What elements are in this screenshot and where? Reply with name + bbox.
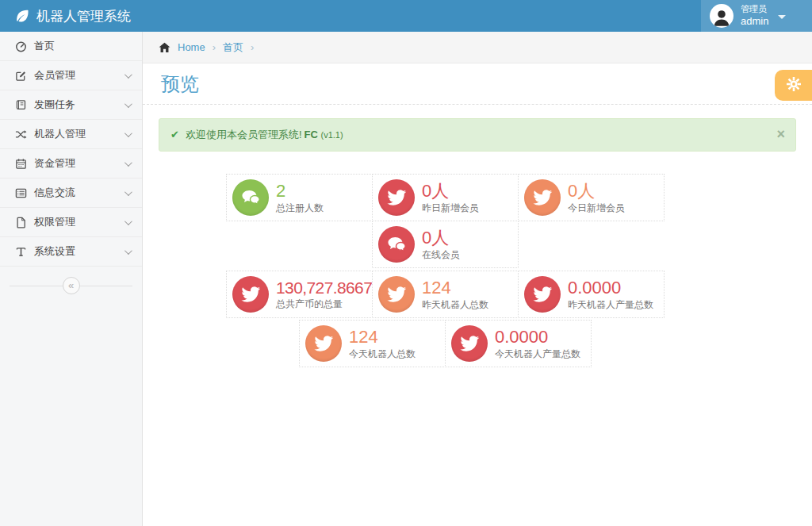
page-title: 预览 xyxy=(161,71,199,97)
calendar-icon xyxy=(15,158,34,170)
stat-tile-text: 124昨天机器人总数 xyxy=(422,278,488,310)
sidebar-item-post-tasks[interactable]: 发圈任务 xyxy=(0,90,142,120)
check-icon: ✔ xyxy=(170,129,179,140)
stat-tile: 2总注册人数 xyxy=(226,174,373,221)
title-row: 预览 xyxy=(143,63,812,105)
breadcrumb-separator: › xyxy=(251,41,254,53)
breadcrumb-separator: › xyxy=(213,41,216,53)
stat-tile: 130,727.8667总共产币的总量 xyxy=(226,271,373,318)
stat-label: 总共产币的总量 xyxy=(276,299,372,309)
stat-tile-text: 0人今日新增会员 xyxy=(568,182,625,213)
breadcrumb-link[interactable]: 首页 xyxy=(223,41,243,53)
sidebar-item-label: 会员管理 xyxy=(34,68,75,83)
app-header: 机器人管理系统 管理员 admin xyxy=(0,0,812,32)
text-icon xyxy=(15,246,34,258)
stat-label: 昨天机器人总数 xyxy=(422,300,488,310)
user-role: 管理员 xyxy=(741,4,767,13)
stat-label: 在线会员 xyxy=(422,250,460,260)
user-info: 管理员 admin xyxy=(741,3,768,28)
alert-message: 欢迎使用本会员管理系统! xyxy=(186,129,302,140)
stat-tile-text: 2总注册人数 xyxy=(276,182,324,213)
stats-grid: 2总注册人数0人昨日新增会员0人今日新增会员0人在线会员130,727.8667… xyxy=(226,174,667,367)
sidebar-item-system-settings[interactable]: 系统设置 xyxy=(0,237,142,267)
stat-tile: 0人今日新增会员 xyxy=(518,174,665,221)
sidebar-item-member-management[interactable]: 会员管理 xyxy=(0,61,142,90)
sidebar-item-label: 资金管理 xyxy=(34,156,75,171)
sidebar-item-label: 机器人管理 xyxy=(34,127,86,141)
alert-version: (v1.1) xyxy=(321,130,343,140)
breadcrumb-link[interactable]: Home xyxy=(178,41,205,53)
list-icon xyxy=(15,187,34,199)
stat-tile-text: 0.0000昨天机器人产量总数 xyxy=(568,278,653,310)
stat-row: 0人在线会员 xyxy=(372,221,667,268)
twitter-icon xyxy=(305,325,342,362)
comments-icon xyxy=(232,179,269,216)
stat-tile: 124昨天机器人总数 xyxy=(372,271,519,318)
stat-value: 124 xyxy=(349,328,416,347)
stat-value: 2 xyxy=(276,182,324,201)
stat-value: 0.0000 xyxy=(495,328,580,347)
sidebar-item-funds-management[interactable]: 资金管理 xyxy=(0,149,142,179)
stat-label: 总注册人数 xyxy=(276,203,324,213)
sidebar-collapse-button[interactable]: « xyxy=(63,277,80,294)
sidebar-item-label: 信息交流 xyxy=(34,186,75,200)
settings-button[interactable] xyxy=(775,70,812,101)
stat-value: 0.0000 xyxy=(568,278,653,298)
caret-down-icon xyxy=(778,15,786,19)
sidebar-item-label: 权限管理 xyxy=(34,215,75,229)
user-menu[interactable]: 管理员 admin xyxy=(701,0,812,32)
chevron-down-icon xyxy=(124,71,132,79)
stat-row: 130,727.8667总共产币的总量124昨天机器人总数0.0000昨天机器人… xyxy=(226,271,667,318)
sidebar-item-label: 发圈任务 xyxy=(34,98,75,112)
chevron-down-icon xyxy=(124,247,132,255)
sidebar-item-robot-management[interactable]: 机器人管理 xyxy=(0,120,142,149)
stat-label: 昨天机器人产量总数 xyxy=(568,300,653,310)
breadcrumb: Home›首页› xyxy=(143,32,812,63)
twitter-icon xyxy=(232,276,269,313)
stat-tile-text: 0人在线会员 xyxy=(422,228,460,260)
stat-tile-text: 124今天机器人总数 xyxy=(349,328,416,359)
stat-tile: 124今天机器人总数 xyxy=(299,320,446,367)
sidebar-item-home[interactable]: 首页 xyxy=(0,32,142,61)
stat-tile: 0人在线会员 xyxy=(372,221,519,268)
alert-highlight: FC xyxy=(304,129,318,140)
main-content: Home›首页› 预览 ✔欢迎使用本会员管理系统!FC (v1.1) × 2总注… xyxy=(143,32,812,526)
twitter-icon xyxy=(378,179,415,216)
sidebar-item-label: 首页 xyxy=(34,39,55,53)
app-title: 机器人管理系统 xyxy=(36,7,131,25)
user-name: admin xyxy=(741,15,768,27)
sidebar-collapse-row: « xyxy=(0,277,142,296)
stat-value: 124 xyxy=(422,278,488,298)
file-icon xyxy=(15,217,34,228)
stat-value: 0人 xyxy=(568,182,625,201)
close-icon[interactable]: × xyxy=(776,127,785,141)
book-icon xyxy=(15,99,34,111)
sidebar: 首页会员管理发圈任务机器人管理资金管理信息交流权限管理系统设置 « xyxy=(0,32,143,526)
stat-tile-text: 0.0000今天机器人产量总数 xyxy=(495,328,580,359)
twitter-icon xyxy=(524,276,561,313)
app-brand[interactable]: 机器人管理系统 xyxy=(0,0,131,32)
stat-tile-text: 0人昨日新增会员 xyxy=(422,182,479,213)
stat-label: 昨日新增会员 xyxy=(422,203,479,213)
stat-label: 今天机器人产量总数 xyxy=(495,349,580,359)
dashboard-icon xyxy=(15,40,34,52)
sidebar-item-message-exchange[interactable]: 信息交流 xyxy=(0,179,142,208)
sidebar-item-permission-management[interactable]: 权限管理 xyxy=(0,208,142,237)
twitter-icon xyxy=(451,325,488,362)
chevron-down-icon xyxy=(124,188,132,196)
leaf-logo-icon xyxy=(14,8,30,24)
comments-icon xyxy=(378,226,415,263)
welcome-alert: ✔欢迎使用本会员管理系统!FC (v1.1) × xyxy=(159,118,796,152)
stat-row: 124今天机器人总数0.0000今天机器人产量总数 xyxy=(299,320,667,367)
chevron-down-icon xyxy=(124,217,132,225)
stat-tile: 0人昨日新增会员 xyxy=(372,174,519,221)
chevron-down-icon xyxy=(124,159,132,167)
stat-tile-text: 130,727.8667总共产币的总量 xyxy=(276,278,372,309)
stat-value: 0人 xyxy=(422,228,460,248)
gear-icon xyxy=(784,75,803,97)
edit-icon xyxy=(15,70,34,82)
home-icon xyxy=(159,42,170,53)
shuffle-icon xyxy=(15,129,34,140)
stat-label: 今日新增会员 xyxy=(568,203,625,213)
chevron-down-icon xyxy=(124,100,132,108)
